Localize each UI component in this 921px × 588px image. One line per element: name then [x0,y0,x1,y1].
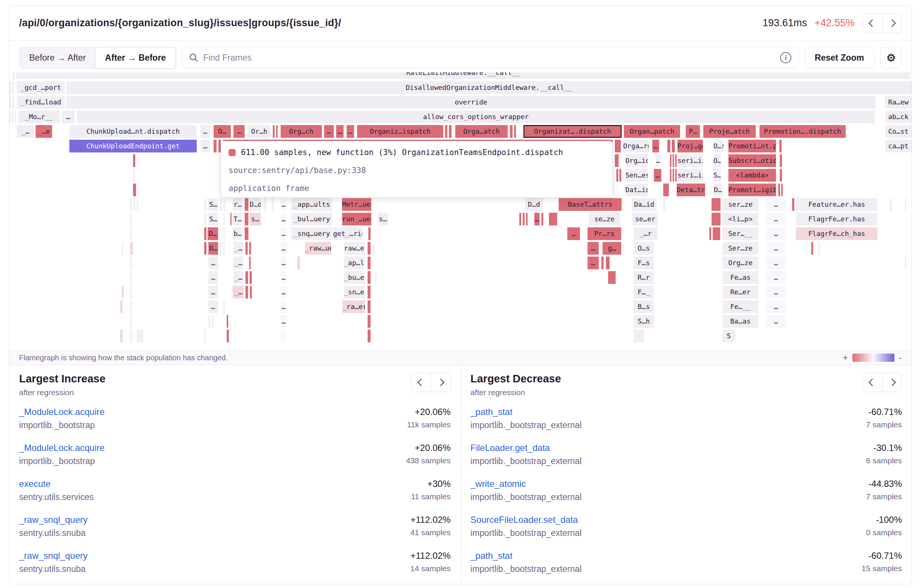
function-link[interactable]: _raw_snql_query [19,515,410,525]
flame-frame[interactable]: Fe…__ [722,300,758,313]
flame-frame[interactable]: RateLimitMiddleware.__call__ [16,72,910,79]
next-button[interactable] [882,373,901,392]
flame-frame[interactable]: … [656,154,660,167]
flame-frame[interactable]: … [766,286,786,299]
flame-frame[interactable] [249,242,251,255]
flame-frame[interactable] [449,125,451,138]
flame-frame[interactable] [223,213,225,226]
flame-frame[interactable]: _ap…lts [344,257,365,269]
flame-frame[interactable]: _…r [634,227,657,240]
flame-frame[interactable] [281,330,285,342]
flame-frame[interactable]: B…s [634,300,654,313]
flame-frame[interactable]: Deta…trs [677,184,705,196]
flame-frame[interactable]: R…r [634,271,654,284]
prev-button[interactable] [862,14,882,32]
flame-frame[interactable] [375,271,377,284]
flame-frame[interactable] [615,140,621,153]
flame-frame[interactable] [634,330,644,342]
flame-frame[interactable] [273,125,275,138]
flame-frame[interactable]: … [766,315,786,328]
flame-frame[interactable]: O…s [634,242,654,255]
flame-frame[interactable] [133,154,135,167]
info-icon[interactable]: i [780,52,791,63]
after-before-toggle[interactable]: After → Before [95,47,176,69]
flame-frame[interactable]: _gcd_…port [17,81,65,94]
flame-frame[interactable] [523,213,525,226]
flame-frame[interactable]: … [653,140,659,153]
flame-frame[interactable] [9,110,11,123]
flame-frame[interactable]: _ra…ery [342,300,365,313]
flame-frame[interactable]: … [534,213,540,226]
function-link[interactable]: _ModuleLock.acquire [19,443,406,453]
flame-frame[interactable] [617,169,618,182]
flame-frame[interactable] [223,242,225,255]
flame-frame[interactable] [663,184,669,196]
flame-frame[interactable]: P… [686,125,700,138]
flame-frame[interactable] [15,110,16,123]
flame-frame[interactable]: Sen…ess [625,169,648,182]
flame-frame[interactable] [245,213,249,226]
flame-frame[interactable]: … [654,169,661,182]
flame-frame[interactable] [204,242,207,255]
flame-frame[interactable] [245,198,249,211]
flame-frame[interactable] [204,330,206,342]
flame-frame[interactable] [246,271,248,284]
flame-frame[interactable]: O… [213,125,231,138]
flame-frame[interactable] [130,198,132,211]
flame-frame[interactable] [711,198,721,211]
flame-frame[interactable] [137,198,138,211]
flame-frame[interactable] [445,125,447,138]
flame-frame[interactable]: … [208,271,218,284]
flame-frame[interactable] [249,271,252,284]
flame-frame[interactable]: D…d [525,198,543,211]
flame-frame[interactable] [120,300,122,313]
flame-frame[interactable] [264,198,266,211]
flame-frame[interactable] [792,198,794,211]
flame-frame[interactable]: ab…ck [885,110,912,123]
flame-frame[interactable]: s… [378,213,388,226]
flame-frame[interactable]: run_…uery [342,213,371,226]
flame-frame[interactable] [811,242,813,255]
flame-frame[interactable] [297,257,300,269]
flame-frame[interactable] [130,257,132,269]
flame-frame[interactable] [780,169,782,182]
flame-frame[interactable] [667,140,670,153]
flame-frame[interactable]: Or…h [248,125,271,138]
flame-frame[interactable]: … [208,300,218,313]
flame-frame[interactable] [713,227,720,240]
flame-frame[interactable] [223,300,225,313]
prev-button[interactable] [862,373,882,392]
flame-frame[interactable]: … [281,271,286,284]
flame-frame[interactable]: raw…ery [344,242,365,255]
flame-frame[interactable]: F…s [634,257,654,269]
flame-frame[interactable]: r… [233,198,242,211]
flame-frame[interactable]: … [587,257,599,269]
flame-frame[interactable] [819,242,820,255]
flame-frame[interactable]: S… [208,213,218,226]
flame-frame[interactable]: S… [713,169,721,182]
flame-frame[interactable]: Re…er [722,286,758,299]
flame-frame[interactable]: _bu…ery [344,271,365,284]
flame-frame[interactable] [780,154,782,167]
flame-frame[interactable]: … [766,198,786,211]
flame-frame[interactable]: Organiz…ispatch [357,125,443,138]
flame-frame[interactable] [130,227,132,240]
flame-frame[interactable]: … [281,286,286,299]
flame-frame[interactable]: S [722,330,735,342]
flame-frame[interactable]: … [281,227,286,240]
flame-frame[interactable]: Ba…as [722,315,758,328]
flame-frame[interactable] [133,169,135,182]
flame-frame[interactable] [137,330,143,342]
flame-frame[interactable]: get_…ries [333,227,362,240]
flame-frame[interactable]: ser…ze [722,198,758,211]
flame-frame[interactable] [204,213,207,226]
flame-frame[interactable]: se…ze [589,213,620,226]
search-input[interactable] [203,53,776,63]
flame-frame[interactable]: _bul…uery [291,213,332,226]
flame-frame[interactable] [246,242,248,255]
flame-frame[interactable] [711,213,721,226]
flame-frame[interactable]: … [281,300,286,313]
flame-frame[interactable] [368,300,371,313]
flame-frame[interactable]: Orga…atch [455,125,508,138]
flame-frame[interactable]: S…h [634,315,654,328]
